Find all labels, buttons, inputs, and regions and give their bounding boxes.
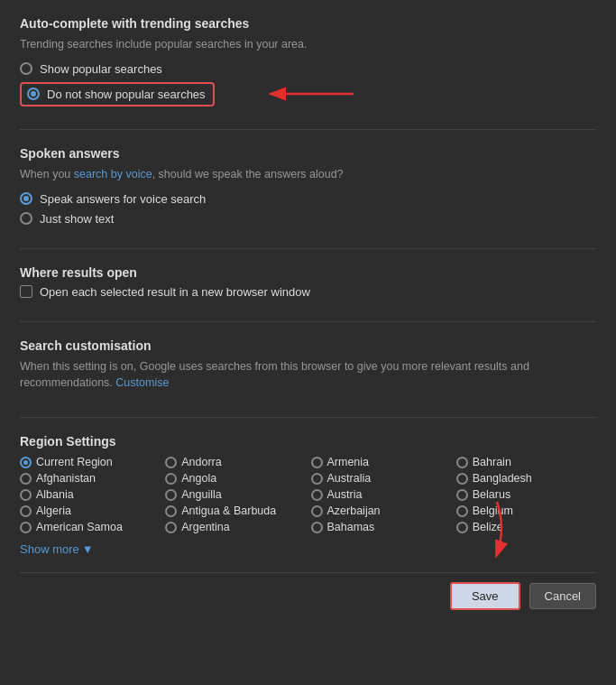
footer-actions: Save Cancel	[20, 577, 596, 610]
region-label: Bangladesh	[473, 472, 532, 485]
region-radio[interactable]	[165, 457, 177, 468]
region-radio[interactable]	[20, 457, 32, 468]
search-by-voice-link[interactable]: search by voice	[74, 168, 152, 181]
just-show-text-radio[interactable]	[20, 212, 32, 225]
customise-link[interactable]: Customise	[115, 376, 169, 389]
region-radio[interactable]	[165, 489, 177, 501]
show-popular-option[interactable]: Show popular searches	[20, 62, 596, 76]
region-label: Azerbaijan	[327, 504, 381, 517]
region-item[interactable]: Algeria	[20, 504, 160, 517]
arrow-indicator-2	[443, 493, 515, 565]
region-radio[interactable]	[456, 457, 468, 468]
region-item[interactable]: Australia	[311, 472, 451, 485]
region-item[interactable]: Current Region	[20, 456, 160, 468]
new-window-option[interactable]: Open each selected result in a new brows…	[20, 285, 596, 299]
region-label: Bahamas	[327, 521, 375, 533]
region-label: Anguilla	[181, 488, 221, 501]
region-radio[interactable]	[311, 473, 323, 485]
autocomplete-title: Auto-complete with trending searches	[20, 16, 596, 31]
region-radio[interactable]	[165, 505, 177, 517]
show-popular-label: Show popular searches	[40, 62, 162, 76]
show-more-link[interactable]: Show more ▼	[20, 542, 94, 556]
region-item[interactable]: Bangladesh	[456, 472, 596, 485]
region-label: American Samoa	[36, 521, 123, 533]
new-window-checkbox[interactable]	[20, 285, 32, 298]
autocomplete-desc: Trending searches include popular search…	[20, 36, 596, 53]
chevron-down-icon: ▼	[82, 542, 94, 556]
arrow-indicator-1	[254, 78, 363, 110]
show-popular-radio[interactable]	[20, 62, 32, 75]
region-item[interactable]: Angola	[165, 472, 305, 485]
region-item[interactable]: Azerbaijan	[311, 504, 451, 517]
region-radio[interactable]	[165, 522, 177, 533]
results-title: Where results open	[20, 265, 596, 280]
region-item[interactable]: Anguilla	[165, 488, 305, 501]
region-radio[interactable]	[20, 473, 32, 485]
region-item[interactable]: American Samoa	[20, 521, 160, 533]
region-radio[interactable]	[20, 505, 32, 517]
speak-answers-option[interactable]: Speak answers for voice search	[20, 192, 596, 206]
customisation-desc: When this setting is on, Google uses sea…	[20, 358, 596, 393]
region-radio[interactable]	[311, 489, 323, 501]
region-item[interactable]: Armenia	[311, 456, 451, 468]
region-label: Afghanistan	[36, 472, 96, 485]
region-item[interactable]: Andorra	[165, 456, 305, 468]
region-item[interactable]: Austria	[311, 488, 451, 501]
spoken-title: Spoken answers	[20, 146, 596, 161]
cancel-button[interactable]: Cancel	[529, 583, 596, 609]
region-item[interactable]: Albania	[20, 488, 160, 501]
do-not-show-radio[interactable]	[27, 88, 40, 100]
region-item[interactable]: Bahamas	[311, 521, 451, 533]
region-radio[interactable]	[20, 522, 32, 533]
region-radio[interactable]	[311, 505, 323, 517]
just-show-text-option[interactable]: Just show text	[20, 212, 596, 226]
region-radio[interactable]	[456, 473, 468, 485]
region-item[interactable]: Antigua & Barbuda	[165, 504, 305, 517]
save-button[interactable]: Save	[450, 582, 520, 610]
region-label: Armenia	[327, 456, 370, 468]
do-not-show-label: Do not show popular searches	[47, 88, 206, 101]
region-radio[interactable]	[165, 473, 177, 485]
region-radio[interactable]	[311, 457, 323, 468]
region-item[interactable]: Argentina	[165, 521, 305, 533]
region-label: Antigua & Barbuda	[181, 504, 276, 517]
region-label: Australia	[327, 472, 372, 485]
do-not-show-option[interactable]: Do not show popular searches	[20, 82, 596, 106]
speak-answers-label: Speak answers for voice search	[40, 192, 206, 206]
region-label: Algeria	[36, 504, 71, 517]
region-label: Albania	[36, 488, 74, 501]
region-item[interactable]: Afghanistan	[20, 472, 160, 485]
region-radio[interactable]	[20, 489, 32, 501]
region-label: Current Region	[36, 456, 113, 468]
just-show-text-label: Just show text	[40, 212, 114, 226]
speak-answers-radio[interactable]	[20, 192, 32, 205]
region-label: Angola	[181, 472, 216, 485]
region-label: Bahrain	[473, 456, 511, 468]
region-label: Argentina	[181, 521, 230, 533]
region-item[interactable]: Bahrain	[456, 456, 596, 468]
spoken-desc: When you search by voice, should we spea…	[20, 166, 596, 183]
region-label: Andorra	[181, 456, 221, 468]
region-radio[interactable]	[311, 522, 323, 533]
new-window-label: Open each selected result in a new brows…	[40, 285, 310, 299]
region-label: Austria	[327, 488, 363, 501]
region-title: Region Settings	[20, 434, 596, 449]
customisation-title: Search customisation	[20, 338, 596, 353]
